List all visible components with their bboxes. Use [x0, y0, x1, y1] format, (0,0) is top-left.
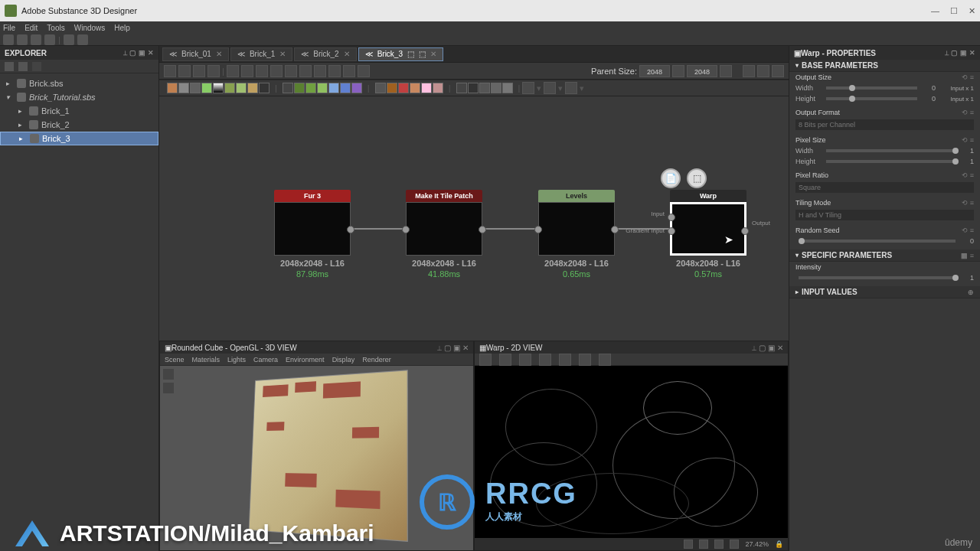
float-icon[interactable]: ▣	[453, 344, 460, 352]
tree-item-brick3[interactable]: ▸ Brick_3	[0, 132, 158, 145]
3d-scene-menu[interactable]: Scene	[165, 356, 185, 364]
tool-open-icon[interactable]	[17, 34, 28, 45]
seed-slider[interactable]	[799, 240, 956, 243]
tree-item-brick1[interactable]: ▸ Brick_1	[0, 104, 158, 118]
link-icon[interactable]: ⟲	[962, 227, 968, 234]
ps-width-slider[interactable]	[826, 149, 956, 152]
node-warp[interactable]: 📄 ⬚ Warp Input Gradient Input Output ➤ 2…	[670, 190, 746, 279]
tool-icon[interactable]	[358, 65, 370, 77]
link-icon[interactable]: ⟲	[962, 199, 968, 207]
tool-icon[interactable]	[164, 65, 176, 77]
3d-renderer-menu[interactable]: Renderer	[362, 356, 391, 364]
tool-icon[interactable]	[565, 82, 577, 94]
size-input[interactable]: 2048	[687, 65, 717, 77]
menu-icon[interactable]: ≡	[970, 227, 974, 234]
tool-icon[interactable]	[539, 354, 551, 366]
tool-icon[interactable]	[227, 65, 239, 77]
width-slider[interactable]	[826, 86, 917, 90]
maximize-button[interactable]: ☐	[950, 6, 958, 16]
swatch-icon[interactable]	[178, 83, 189, 93]
tool-icon[interactable]	[672, 65, 684, 77]
tool-icon[interactable]	[599, 354, 611, 366]
swatch-icon[interactable]	[375, 83, 386, 93]
pin-icon[interactable]: ⟂	[945, 49, 949, 57]
tool-icon[interactable]	[579, 354, 591, 366]
swatch-icon[interactable]	[201, 83, 212, 93]
tool-icon[interactable]	[519, 354, 531, 366]
swatch-icon[interactable]	[213, 83, 224, 93]
3d-viewport[interactable]	[160, 366, 473, 550]
tool-icon[interactable]	[343, 65, 355, 77]
tool-icon[interactable]	[757, 65, 769, 77]
channel-icon[interactable]	[730, 540, 739, 549]
swatch-icon[interactable]	[247, 83, 258, 93]
tool-icon[interactable]	[178, 65, 191, 77]
cam-icon[interactable]	[163, 369, 174, 380]
float-icon[interactable]: ▣	[960, 49, 967, 57]
node-doc-icon[interactable]: 📄	[661, 168, 681, 188]
tile-icon[interactable]	[699, 540, 708, 549]
swatch-icon[interactable]	[224, 83, 235, 93]
tool-icon[interactable]	[285, 65, 297, 77]
close-icon[interactable]: ✕	[216, 50, 222, 58]
pin-icon[interactable]: ⟂	[752, 344, 756, 352]
swatch-icon[interactable]	[387, 83, 397, 93]
node-fur3[interactable]: Fur 3 2048x2048 - L16 87.98ms	[274, 190, 351, 279]
3d-camera-menu[interactable]: Camera	[253, 356, 278, 364]
exp-tool3-icon[interactable]	[32, 62, 41, 71]
intensity-slider[interactable]	[799, 276, 956, 279]
swatch-icon[interactable]	[491, 83, 501, 93]
tool-icon[interactable]	[256, 65, 268, 77]
menu-windows[interactable]: Windows	[74, 24, 106, 32]
close-icon[interactable]: ✕	[430, 50, 436, 58]
close-icon[interactable]: ✕	[462, 344, 469, 352]
swatch-icon[interactable]	[340, 83, 351, 93]
link-icon[interactable]: ⟲	[962, 171, 968, 179]
tab-brick01[interactable]: ≪Brick_01✕	[162, 47, 229, 61]
tool-icon[interactable]	[522, 82, 534, 94]
tool-icon[interactable]	[314, 65, 326, 77]
tool-icon[interactable]	[299, 65, 312, 77]
dock-icon[interactable]: ▢	[129, 49, 136, 57]
menu-help[interactable]: Help	[114, 24, 130, 32]
tool-icon[interactable]	[499, 354, 511, 366]
swatch-icon[interactable]	[468, 83, 479, 93]
close-panel-icon[interactable]: ✕	[148, 49, 154, 57]
close-icon[interactable]: ✕	[777, 344, 783, 352]
tab-brick2[interactable]: ≪Brick_2✕	[294, 47, 356, 61]
tool-undo-icon[interactable]	[64, 34, 74, 45]
swatch-icon[interactable]	[294, 83, 305, 93]
swatch-icon[interactable]	[236, 83, 247, 93]
menu-icon[interactable]: ≡	[970, 136, 974, 144]
3d-env-menu[interactable]: Environment	[286, 356, 325, 364]
tool-saveall-icon[interactable]	[44, 34, 55, 45]
grid-icon[interactable]	[684, 540, 693, 549]
swatch-icon[interactable]	[190, 83, 201, 93]
close-icon[interactable]: ✕	[344, 50, 350, 58]
link-icon[interactable]: ⟲	[962, 136, 968, 144]
output-port[interactable]	[611, 226, 619, 233]
tool-icon[interactable]	[559, 354, 571, 366]
node-tile-patch[interactable]: Make It Tile Patch Gray... 2048x2048 - L…	[406, 190, 482, 279]
info-icon[interactable]	[714, 540, 724, 549]
input-port[interactable]	[534, 226, 542, 233]
menu-icon[interactable]: ≡	[970, 73, 974, 81]
pin-icon[interactable]: ⟂	[437, 344, 442, 352]
swatch-icon[interactable]	[479, 83, 490, 93]
swatch-icon[interactable]	[398, 83, 409, 93]
input-port[interactable]	[668, 214, 675, 221]
tiling-mode-combo[interactable]: H and V Tiling	[795, 210, 974, 220]
link-icon[interactable]: ⟲	[962, 73, 968, 81]
input-port[interactable]	[402, 226, 410, 233]
minimize-button[interactable]: —	[931, 6, 939, 16]
pixel-ratio-combo[interactable]: Square	[795, 182, 974, 193]
dock-icon[interactable]: ▢	[444, 344, 451, 352]
tool-save-icon[interactable]	[31, 34, 41, 45]
float-icon[interactable]: ▣	[768, 344, 775, 352]
output-port[interactable]	[741, 227, 749, 235]
tool-icon[interactable]	[772, 65, 784, 77]
light-icon[interactable]	[163, 383, 174, 393]
swatch-icon[interactable]	[283, 83, 293, 93]
tool-icon[interactable]	[544, 82, 556, 94]
menu-icon[interactable]: ≡	[970, 252, 974, 259]
